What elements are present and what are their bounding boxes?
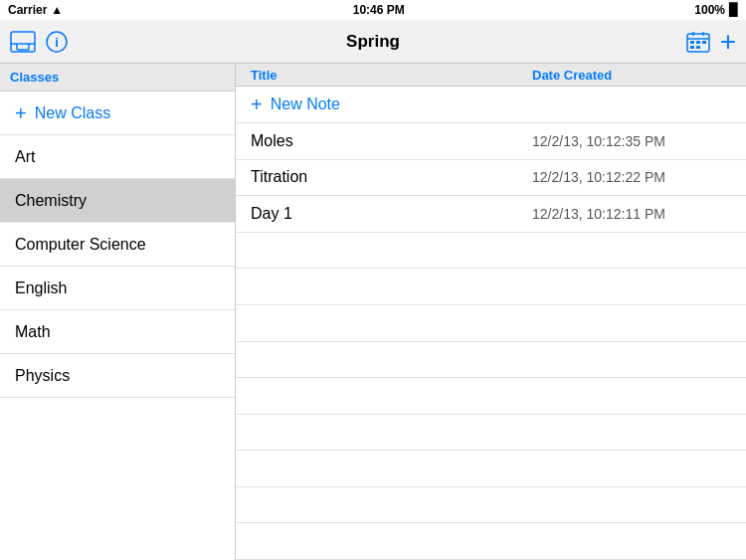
svg-rect-0 bbox=[11, 32, 35, 52]
svg-rect-13 bbox=[690, 46, 694, 49]
note-title-2: Day 1 bbox=[251, 205, 532, 223]
empty-row-6 bbox=[236, 415, 746, 452]
col-title-label: Title bbox=[251, 68, 532, 83]
note-title-0: Moles bbox=[251, 132, 532, 150]
col-date-label: Date Created bbox=[532, 68, 731, 83]
svg-rect-1 bbox=[17, 44, 29, 50]
sidebar-item-chemistry-label: Chemistry bbox=[15, 192, 87, 210]
sidebar-item-math[interactable]: Math bbox=[0, 310, 235, 354]
note-date-0: 12/2/13, 10:12:35 PM bbox=[532, 133, 731, 149]
svg-rect-11 bbox=[696, 41, 700, 44]
svg-rect-14 bbox=[696, 46, 700, 49]
status-right: 100% ▉ bbox=[694, 3, 738, 17]
empty-row-1 bbox=[236, 233, 746, 270]
info-icon[interactable]: i bbox=[46, 31, 68, 53]
content-area: Title Date Created + New Note Moles 12/2… bbox=[236, 64, 746, 560]
empty-row-8 bbox=[236, 487, 746, 524]
sidebar-header-label: Classes bbox=[10, 70, 59, 85]
empty-row-2 bbox=[236, 269, 746, 305]
note-title-1: Titration bbox=[251, 168, 532, 186]
inbox-icon[interactable] bbox=[10, 31, 36, 53]
sidebar: Classes + New Class Art Chemistry Comput… bbox=[0, 64, 236, 560]
wifi-icon: ▲ bbox=[51, 3, 63, 17]
nav-right: + bbox=[686, 28, 736, 56]
nav-title: Spring bbox=[346, 32, 400, 52]
empty-row-3 bbox=[236, 305, 746, 342]
main-layout: Classes + New Class Art Chemistry Comput… bbox=[0, 64, 746, 560]
status-bar: Carrier ▲ 10:46 PM 100% ▉ bbox=[0, 0, 746, 20]
sidebar-item-physics-label: Physics bbox=[15, 367, 70, 385]
svg-text:i: i bbox=[55, 35, 59, 50]
sidebar-item-computer-science[interactable]: Computer Science bbox=[0, 223, 235, 267]
content-header: Title Date Created bbox=[236, 64, 746, 87]
calendar-icon[interactable] bbox=[686, 31, 710, 53]
sidebar-item-cs-label: Computer Science bbox=[15, 236, 146, 254]
empty-row-5 bbox=[236, 378, 746, 415]
empty-row-4 bbox=[236, 342, 746, 379]
new-class-plus-icon: + bbox=[15, 103, 27, 123]
new-note-plus-icon: + bbox=[251, 94, 263, 114]
note-item-1[interactable]: Titration 12/2/13, 10:12:22 PM bbox=[236, 160, 746, 197]
empty-row-9 bbox=[236, 523, 746, 560]
battery-icon: ▉ bbox=[729, 3, 738, 17]
nav-left: i bbox=[10, 31, 68, 53]
note-date-1: 12/2/13, 10:12:22 PM bbox=[532, 169, 731, 185]
nav-bar: i Spring + bbox=[0, 20, 746, 64]
battery-percent: 100% bbox=[694, 3, 725, 17]
status-time: 10:46 PM bbox=[353, 3, 405, 17]
new-class-label: New Class bbox=[35, 104, 110, 122]
note-item-2[interactable]: Day 1 12/2/13, 10:12:11 PM bbox=[236, 196, 746, 233]
sidebar-item-english[interactable]: English bbox=[0, 267, 235, 310]
carrier-label: Carrier bbox=[8, 3, 47, 17]
sidebar-item-chemistry[interactable]: Chemistry bbox=[0, 179, 235, 223]
sidebar-item-art[interactable]: Art bbox=[0, 135, 235, 179]
empty-row-7 bbox=[236, 451, 746, 487]
sidebar-item-art-label: Art bbox=[15, 148, 35, 166]
sidebar-item-math-label: Math bbox=[15, 323, 51, 341]
status-left: Carrier ▲ bbox=[8, 3, 63, 17]
new-class-item[interactable]: + New Class bbox=[0, 92, 235, 135]
svg-rect-12 bbox=[702, 41, 706, 44]
sidebar-header: Classes bbox=[0, 64, 235, 92]
svg-rect-10 bbox=[690, 41, 694, 44]
new-note-item[interactable]: + New Note bbox=[236, 87, 746, 123]
new-note-label: New Note bbox=[271, 95, 340, 113]
sidebar-item-physics[interactable]: Physics bbox=[0, 354, 235, 398]
add-icon[interactable]: + bbox=[720, 28, 736, 56]
note-item-0[interactable]: Moles 12/2/13, 10:12:35 PM bbox=[236, 123, 746, 160]
sidebar-item-english-label: English bbox=[15, 280, 67, 297]
note-date-2: 12/2/13, 10:12:11 PM bbox=[532, 206, 731, 222]
